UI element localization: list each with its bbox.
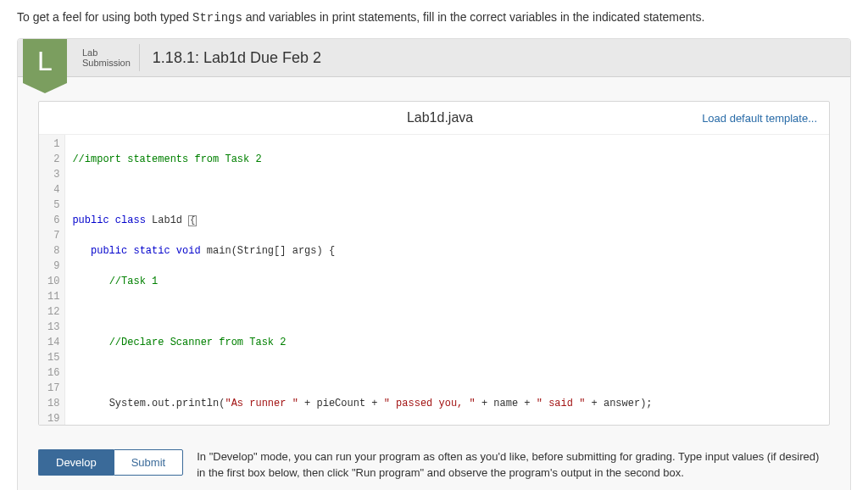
editor-head: Lab1d.java Load default template... (39, 102, 829, 135)
line-number: 11 (47, 289, 59, 304)
code-kw: void (176, 245, 201, 257)
code-kw: class (115, 214, 146, 226)
code-ident: Lab1d (152, 214, 182, 226)
lab-header: L Lab Submission 1.18.1: Lab1d Due Feb 2 (18, 39, 850, 77)
instruction-text: To get a feel for using both typed Strin… (0, 0, 868, 38)
line-number: 9 (47, 259, 59, 274)
code-ident: [] (274, 245, 286, 257)
line-number: 3 (47, 167, 59, 182)
line-number: 7 (47, 228, 59, 243)
filename: Lab1d.java (178, 110, 702, 125)
line-number: 16 (47, 365, 59, 381)
editor-panel: Lab1d.java Load default template... 1 2 … (38, 101, 830, 426)
code-op: + answer); (585, 398, 652, 409)
code-ident: main(String (207, 245, 274, 257)
line-number: 12 (47, 304, 59, 320)
lab-meta: Lab Submission (74, 44, 140, 71)
line-number: 8 (47, 243, 59, 259)
line-number: 17 (47, 381, 59, 396)
code-comment: //Declare Scanner from Task 2 (109, 337, 287, 348)
bottom-row: Develop Submit In "Develop" mode, you ca… (18, 434, 850, 485)
line-gutter: 1 2 3 4 5 6 7 8 9 10 11 12 13 14 15 16 1… (39, 135, 65, 425)
code-editor[interactable]: 1 2 3 4 5 6 7 8 9 10 11 12 13 14 15 16 1… (39, 135, 829, 425)
mode-tabs: Develop Submit (38, 449, 183, 476)
badge-letter: L (37, 46, 53, 77)
line-number: 19 (47, 411, 59, 425)
instruction-prefix: To get a feel for using both typed (17, 10, 192, 24)
code-brace: { (188, 215, 197, 226)
line-number: 10 (47, 274, 59, 289)
code-comment: //import statements from Task 2 (72, 153, 261, 165)
tab-develop[interactable]: Develop (38, 449, 114, 476)
line-number: 18 (47, 396, 59, 411)
code-body[interactable]: //import statements from Task 2 public c… (65, 135, 652, 425)
code-ident: args) { (286, 245, 335, 257)
code-kw: public (72, 214, 108, 226)
instruction-suffix: and variables in print statements, fill … (242, 10, 705, 24)
code-kw: public static (91, 245, 170, 257)
line-number: 6 (47, 213, 59, 228)
lab-container: L Lab Submission 1.18.1: Lab1d Due Feb 2… (17, 38, 851, 490)
mode-hint: In "Develop" mode, you can run your prog… (197, 449, 830, 482)
tab-submit[interactable]: Submit (114, 449, 183, 476)
line-number: 13 (47, 320, 59, 335)
line-number: 15 (47, 350, 59, 365)
line-number: 14 (47, 335, 59, 350)
code-call: System.out.println( (109, 398, 225, 409)
line-number: 4 (47, 182, 59, 198)
code-comment: //Task 1 (109, 276, 159, 287)
lab-badge: L (23, 39, 67, 83)
code-string: " said " (537, 398, 586, 409)
lab-meta-top: Lab (82, 47, 131, 58)
code-string: " passed you, " (384, 398, 476, 409)
code-op: + pieCount + (298, 398, 384, 409)
instruction-code: Strings (192, 11, 242, 25)
code-op: + name + (476, 398, 537, 409)
lab-meta-bottom: Submission (82, 58, 131, 68)
load-template-link[interactable]: Load default template... (702, 112, 817, 125)
line-number: 2 (47, 152, 59, 167)
code-string: "As runner " (225, 398, 298, 409)
line-number: 5 (47, 198, 59, 213)
lab-title: 1.18.1: Lab1d Due Feb 2 (140, 49, 321, 67)
line-number: 1 (47, 136, 59, 152)
